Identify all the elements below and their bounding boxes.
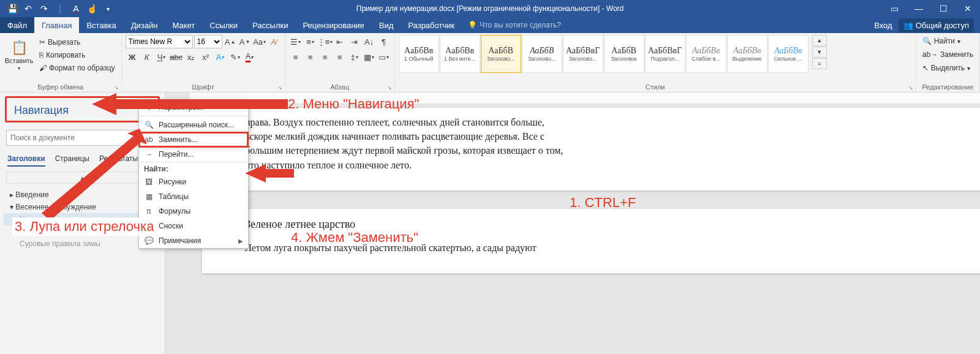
touch-mode-icon[interactable]: ☝ [85, 1, 99, 16]
ribbon-options-icon[interactable]: ▭ [882, 0, 907, 17]
menu-tables[interactable]: ▦Таблицы [139, 189, 248, 204]
tell-me[interactable]: 💡 Что вы хотите сделать? [468, 21, 561, 29]
change-case-icon[interactable]: Aa▾ [253, 35, 266, 48]
qat-customize-icon[interactable]: ▾ [100, 1, 115, 16]
menu-options[interactable]: ⚙Параметры... [139, 100, 248, 115]
sort-icon[interactable]: A↓ [363, 35, 376, 48]
clipboard-dialog-icon[interactable]: ↘ [114, 85, 119, 91]
replace-button[interactable]: ab→ Заменить [920, 48, 976, 61]
menu-footnotes[interactable]: AB¹Сноски [139, 219, 248, 233]
select-button[interactable]: ↖ Выделить ▾ [920, 62, 976, 74]
font-color-icon[interactable]: A [69, 1, 83, 16]
menu-replace[interactable]: abЗаменить... [139, 132, 248, 147]
align-center-icon[interactable]: ≡ [304, 50, 317, 64]
outdent-icon[interactable]: ⇤ [333, 35, 347, 48]
tab-view[interactable]: Вид [372, 17, 401, 33]
nav-tab-pages[interactable]: Страницы [55, 154, 89, 167]
style-item[interactable]: АаБбВЗаголовок [604, 35, 644, 73]
close-icon[interactable]: ✕ [956, 0, 980, 17]
bullets-icon[interactable]: ☰▾ [289, 35, 303, 48]
save-icon[interactable]: 💾 [5, 1, 20, 16]
titlebar: 💾 ↶ ↷ | A ☝ ▾ Пример для нумерации.docx … [0, 0, 980, 17]
numbering-icon[interactable]: ≡▾ [304, 35, 317, 48]
styles-up-icon[interactable]: ▲ [812, 35, 827, 46]
shrink-font-icon[interactable]: A▼ [238, 35, 252, 48]
style-item[interactable]: АаБбВв1 Обычный [399, 35, 439, 73]
tree-item[interactable]: Хмурая осень [4, 225, 161, 238]
tab-insert[interactable]: Вставка [79, 17, 123, 33]
style-item[interactable]: АаБбВЗаголово... [481, 35, 521, 73]
tree-item[interactable]: Суровые правила зимы [4, 238, 161, 250]
tab-file[interactable]: Файл [0, 17, 34, 33]
share-button[interactable]: 👥 Общий доступ [899, 18, 974, 32]
font-family-combo[interactable]: Times New R [126, 35, 193, 48]
tab-references[interactable]: Ссылки [202, 17, 245, 33]
format-painter-button[interactable]: 🖌 Формат по образцу [37, 62, 118, 74]
strike-icon[interactable]: abc [170, 50, 183, 64]
multilevel-icon[interactable]: ⋮≡▾ [318, 35, 332, 48]
menu-pictures[interactable]: 🖼Рисунки [139, 175, 248, 189]
italic-icon[interactable]: К [140, 50, 154, 64]
signin-link[interactable]: Вход [874, 21, 892, 30]
style-item[interactable]: АаБбВЗаголово... [522, 35, 562, 73]
tree-item[interactable]: Наступила оттепель [4, 213, 161, 225]
nav-tab-headings[interactable]: Заголовки [7, 154, 45, 167]
show-marks-icon[interactable]: ¶ [377, 35, 391, 48]
paragraph-dialog-icon[interactable]: ↘ [387, 85, 392, 91]
cut-button[interactable]: ✂ Вырезать [37, 36, 118, 48]
menu-comments[interactable]: 💬Примечания▶ [139, 233, 248, 248]
style-item[interactable]: АаБбВвГПодзагол... [645, 35, 685, 73]
minimize-icon[interactable]: — [907, 0, 931, 17]
text-effects-icon[interactable]: A▾ [214, 50, 227, 64]
find-button[interactable]: 🔍 Найти ▾ [920, 35, 976, 47]
ruler[interactable] [190, 92, 980, 104]
tab-developer[interactable]: Разработчик [401, 17, 462, 33]
underline-icon[interactable]: Ч▾ [155, 50, 168, 64]
styles-more-icon[interactable]: ≡ [812, 58, 827, 69]
highlight-icon[interactable]: ✎▾ [228, 50, 242, 64]
tab-review[interactable]: Рецензирование [295, 17, 371, 33]
group-clipboard: 📋 Вставить ▾ ✂ Вырезать ⎘ Копировать 🖌 Ф… [0, 33, 122, 92]
indent-icon[interactable]: ⇥ [348, 35, 361, 48]
tree-item[interactable]: ▾ Весеннее пробуждение [4, 201, 161, 213]
tree-item[interactable]: ▸ Введение [4, 189, 161, 201]
clear-format-icon[interactable]: A⁄ [268, 35, 281, 48]
style-item[interactable]: АаБбВвВыделение [727, 35, 767, 73]
styles-down-icon[interactable]: ▼ [812, 47, 827, 58]
menu-goto[interactable]: →Перейти... [139, 147, 248, 162]
tab-mailings[interactable]: Рассылки [245, 17, 295, 33]
style-item[interactable]: АаБбВвСлабое в... [686, 35, 726, 73]
style-item[interactable]: АаБбВвСильное ... [768, 35, 809, 73]
align-left-icon[interactable]: ≡ [289, 50, 303, 64]
page-1[interactable]: права. Воздух постепенно теплеет, солнеч… [202, 108, 980, 190]
shading-icon[interactable]: ▦▾ [363, 50, 376, 64]
style-item[interactable]: АаБбВв1 Без инте... [440, 35, 480, 73]
tab-layout[interactable]: Макет [165, 17, 202, 33]
font-color-icon[interactable]: A▾ [243, 50, 257, 64]
subscript-icon[interactable]: x₂ [184, 50, 198, 64]
maximize-icon[interactable]: ☐ [931, 0, 956, 17]
page-2[interactable]: Зеленое летнее царство Летом луга покрыт… [202, 209, 980, 273]
font-dialog-icon[interactable]: ↘ [277, 85, 282, 91]
styles-dialog-icon[interactable]: ↘ [908, 85, 913, 91]
navigation-search-input[interactable] [6, 130, 141, 146]
borders-icon[interactable]: ▭▾ [377, 50, 391, 64]
menu-formulas[interactable]: πФормулы [139, 204, 248, 219]
nav-collapse-bar[interactable]: ▲ [6, 171, 159, 184]
tab-home[interactable]: Главная [34, 17, 79, 33]
bold-icon[interactable]: Ж [126, 50, 139, 64]
justify-icon[interactable]: ≡ [333, 50, 347, 64]
line-spacing-icon[interactable]: ‡▾ [348, 50, 361, 64]
menu-advanced-find[interactable]: 🔍Расширенный поиск... [139, 118, 248, 132]
align-right-icon[interactable]: ≡ [318, 50, 332, 64]
paste-button[interactable]: 📋 Вставить ▾ [4, 35, 34, 75]
font-size-combo[interactable]: 16 [194, 35, 222, 48]
nav-tab-results[interactable]: Результаты [99, 154, 138, 167]
redo-icon[interactable]: ↷ [37, 1, 51, 16]
tab-design[interactable]: Дизайн [124, 17, 165, 33]
style-item[interactable]: АаБбВвГЗаголово... [563, 35, 603, 73]
undo-icon[interactable]: ↶ [21, 1, 36, 16]
grow-font-icon[interactable]: A▲ [224, 35, 237, 48]
superscript-icon[interactable]: x² [199, 50, 213, 64]
copy-button[interactable]: ⎘ Копировать [37, 49, 118, 61]
